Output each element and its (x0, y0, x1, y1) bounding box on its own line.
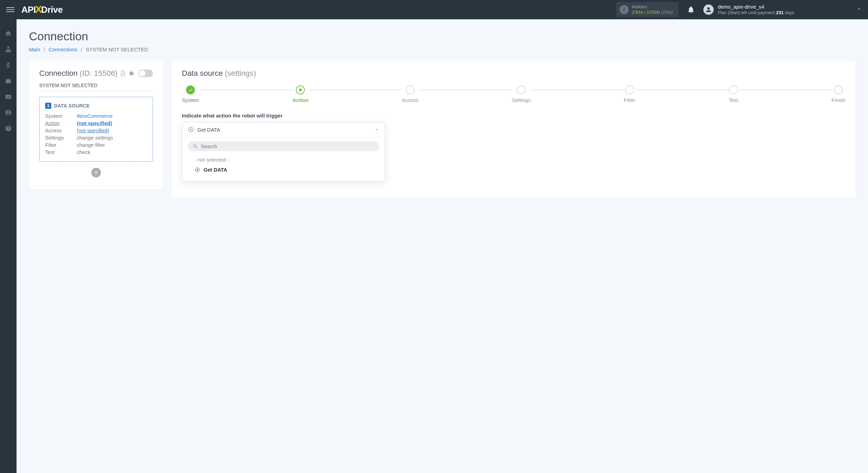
ds-system-value[interactable]: WooCommerce (77, 113, 113, 119)
svg-rect-3 (9, 51, 10, 52)
step-test[interactable]: Test (729, 85, 738, 103)
ds-action-label: Action (45, 120, 77, 126)
option-not-selected[interactable]: - not selected - (188, 155, 379, 165)
ds-settings-value[interactable]: change settings (77, 135, 113, 141)
svg-rect-1 (6, 51, 7, 52)
ds-access-value[interactable]: (not specified) (77, 127, 109, 133)
logo-x-icon: X (35, 3, 42, 15)
data-source-title: DATA SOURCE (54, 103, 90, 109)
dropdown-toggle[interactable]: Get DATA (182, 122, 385, 137)
step-finish[interactable]: Finish (831, 85, 845, 103)
sidebar (0, 19, 17, 473)
actions-used: 2'934 (632, 10, 643, 15)
ds-access-label: Access (45, 127, 77, 133)
sidebar-home-icon[interactable] (0, 28, 17, 39)
search-input[interactable] (201, 143, 374, 149)
svg-rect-0 (8, 47, 9, 48)
logo-drive: Drive (41, 4, 63, 15)
step-system[interactable]: System (182, 85, 199, 103)
ds-test-value[interactable]: check (77, 149, 90, 155)
dropdown-selected: Get DATA (197, 127, 220, 133)
ds-test-label: Test (45, 149, 77, 155)
sidebar-help-icon[interactable] (0, 123, 17, 134)
wizard-stepper: System Action Access Setti (182, 85, 845, 103)
ds-action-value[interactable]: (not specified) (77, 120, 112, 126)
actions-percent: (29%) (661, 10, 673, 15)
actions-label: Actions: (632, 4, 673, 10)
breadcrumb-connections[interactable]: Connections (49, 47, 77, 52)
step-settings[interactable]: Settings (512, 85, 530, 103)
option-get-data[interactable]: Get DATA (188, 165, 379, 175)
breadcrumb-current: SYSTEM NOT SELECTED (86, 47, 148, 52)
sidebar-billing-icon[interactable] (0, 60, 17, 71)
connection-title: Connection (39, 69, 78, 78)
sidebar-connections-icon[interactable] (0, 44, 17, 55)
step-action[interactable]: Action (292, 85, 309, 103)
logo-api: API (21, 4, 36, 15)
svg-rect-2 (8, 51, 9, 52)
step-filter[interactable]: Filter (624, 85, 635, 103)
breadcrumb: Main / Connections / SYSTEM NOT SELECTED (29, 47, 856, 52)
connection-subtitle: SYSTEM NOT SELECTED (39, 83, 153, 91)
data-source-badge: 1 (45, 103, 51, 109)
search-icon (193, 144, 198, 149)
sidebar-video-icon[interactable] (0, 91, 17, 102)
ds-filter-value[interactable]: change filter (77, 142, 105, 148)
header-bar: API X Drive i Actions: 2'934 / 10'000 (2… (0, 0, 868, 19)
actions-total: 10'000 (647, 10, 660, 15)
dropdown-search[interactable] (188, 141, 379, 151)
ds-settings-label: Settings (45, 135, 77, 141)
info-icon: i (620, 5, 629, 14)
add-destination-button[interactable]: + (91, 168, 101, 177)
notifications-icon[interactable] (687, 6, 695, 14)
actions-sep: / (643, 10, 647, 15)
header-caret-icon[interactable] (856, 6, 862, 13)
data-source-settings-card: Data source (settings) System Action (172, 61, 856, 198)
sidebar-account-icon[interactable] (0, 107, 17, 118)
connection-card: Connection (ID: 15506) SYSTEM NOT SELECT… (29, 61, 163, 189)
connection-id: (ID: 15506) (80, 69, 117, 78)
avatar-icon (703, 4, 714, 15)
svg-marker-7 (197, 169, 198, 171)
gear-icon[interactable] (128, 70, 134, 76)
username: demo_apix-drive_s4 (718, 4, 794, 10)
logo[interactable]: API X Drive (21, 4, 63, 16)
play-icon (195, 167, 200, 173)
page-title: Connection (29, 30, 856, 43)
breadcrumb-main[interactable]: Main (29, 47, 40, 52)
plan-info: Plan |Start| left until payment 231 days (718, 10, 794, 16)
play-icon (188, 126, 194, 133)
action-dropdown: Get DATA - not selected - Get DATA (182, 122, 385, 181)
action-instruction: Indicate what action the robot will trig… (182, 113, 845, 119)
user-menu[interactable]: demo_apix-drive_s4 Plan |Start| left unt… (703, 4, 794, 16)
sidebar-briefcase-icon[interactable] (0, 75, 17, 86)
settings-title: Data source (settings) (182, 69, 845, 78)
connection-toggle[interactable] (138, 70, 153, 77)
actions-counter[interactable]: i Actions: 2'934 / 10'000 (29%) (616, 2, 679, 17)
document-icon[interactable] (120, 70, 126, 76)
ds-system-label: System (45, 113, 77, 119)
svg-marker-5 (190, 128, 192, 131)
ds-filter-label: Filter (45, 142, 77, 148)
chevron-up-icon (374, 127, 379, 132)
step-access[interactable]: Access (402, 85, 418, 103)
menu-toggle-button[interactable] (6, 6, 14, 14)
data-source-box: 1 DATA SOURCE SystemWooCommerce Action(n… (39, 97, 153, 162)
